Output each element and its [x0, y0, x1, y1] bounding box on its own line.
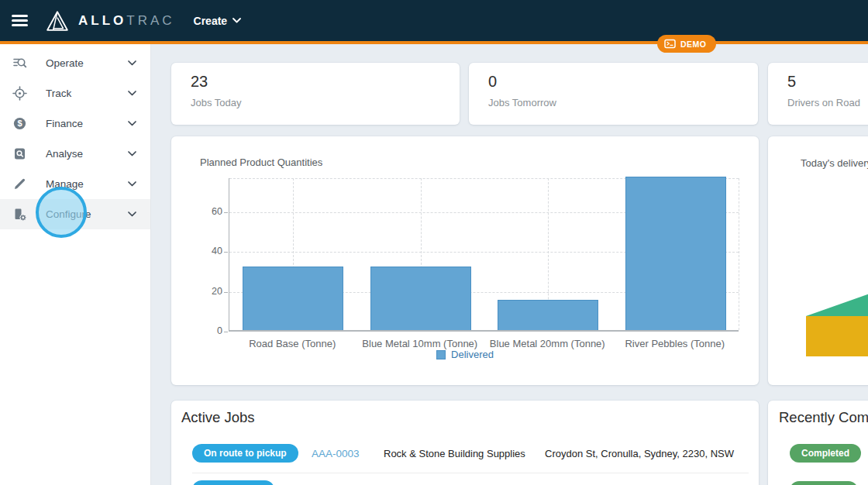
chevron-down-icon	[232, 18, 241, 23]
legend-swatch	[436, 350, 446, 359]
sidebar-item-label: Finance	[46, 118, 128, 129]
job-status-cell: On route to pickup	[192, 444, 312, 463]
dollar-circle-icon: $	[12, 116, 27, 131]
delivery-fulfilment-card: Today's delivery fu	[768, 136, 868, 385]
bar-chart-plot-area	[229, 178, 739, 332]
y-axis-tick-label: 0	[196, 325, 222, 336]
brand-wordmark: ALLOTRAC	[78, 13, 175, 29]
target-icon	[12, 86, 27, 101]
row-divider	[192, 473, 749, 473]
stat-value: 5	[787, 73, 796, 91]
y-axis-tick-label: 40	[196, 246, 222, 256]
allotrac-logo-icon	[46, 10, 69, 32]
document-search-icon	[12, 146, 27, 161]
sidebar-item-operate[interactable]: Operate	[0, 48, 150, 78]
recently-completed-card: Recently Com Completed	[768, 401, 868, 485]
y-axis-tick-label: 60	[196, 206, 222, 217]
status-badge: On route to pickup	[192, 444, 298, 463]
svg-text:$: $	[17, 119, 22, 128]
stat-value: 23	[191, 73, 208, 91]
stat-card-jobs-tomorrow: 0 Jobs Tomorrow	[469, 63, 758, 125]
legend-label: Delivered	[451, 349, 494, 360]
y-axis-tick-mark	[224, 292, 228, 293]
sidebar-item-manage[interactable]: Manage	[0, 169, 150, 199]
search-list-icon	[12, 56, 27, 71]
stat-card-drivers-on-road: 5 Drivers on Road	[768, 63, 868, 125]
chart-title: Planned Product Quantities	[200, 157, 322, 168]
stat-label: Jobs Tomorrow	[488, 97, 556, 108]
sidebar-item-label: Track	[46, 88, 128, 99]
recently-completed-title: Recently Com	[779, 409, 868, 426]
bar	[243, 267, 343, 330]
y-axis-tick-mark	[224, 332, 228, 332]
create-button[interactable]: Create	[194, 15, 242, 27]
job-id-link[interactable]: AAA-0003	[312, 448, 384, 459]
y-axis-tick-mark	[224, 212, 228, 213]
sidebar-item-configure[interactable]: Configure	[0, 199, 150, 229]
chevron-down-icon	[128, 181, 136, 187]
chevron-down-icon	[128, 91, 136, 96]
grid-line-v	[739, 178, 739, 330]
chart-legend[interactable]: Delivered	[171, 349, 759, 360]
y-axis-tick-label: 20	[196, 286, 222, 297]
stat-label: Drivers on Road	[787, 97, 860, 108]
pencil-icon	[12, 177, 27, 191]
top-navbar: ALLOTRAC Create	[0, 0, 868, 44]
active-jobs-card: Active Jobs On route to pickup AAA-0003 …	[171, 401, 759, 485]
stat-card-jobs-today: 23 Jobs Today	[171, 63, 460, 125]
chevron-down-icon	[128, 60, 136, 66]
status-badge-partial	[790, 481, 858, 485]
stat-value: 0	[488, 73, 497, 91]
demo-mode-badge[interactable]: DEMO	[657, 35, 716, 53]
sidebar-item-track[interactable]: Track	[0, 78, 150, 108]
bar	[498, 300, 598, 330]
active-jobs-title: Active Jobs	[181, 409, 255, 426]
sidebar-item-analyse[interactable]: Analyse	[0, 139, 150, 169]
chevron-down-icon	[128, 212, 136, 217]
terminal-icon	[664, 39, 676, 49]
sidebar-item-label: Manage	[46, 178, 128, 190]
delivery-area-chart	[768, 136, 868, 385]
bar	[370, 267, 471, 330]
chevron-down-icon	[128, 151, 136, 157]
status-badge: Completed	[790, 444, 861, 463]
job-row: On route to pickup AAA-0003 Rock & Stone…	[192, 444, 749, 463]
x-axis-category-label: River Pebbles (Tonne)	[598, 338, 753, 349]
bar	[625, 177, 726, 330]
stat-label: Jobs Today	[191, 97, 242, 108]
sidebar-item-label: Operate	[46, 57, 128, 69]
hamburger-menu-icon[interactable]	[12, 12, 29, 29]
planned-quantities-chart-card: Planned Product Quantities 0204060Road B…	[171, 136, 759, 385]
job-address: Croydon St, Cronulla, Sydney, 2230, NSW	[545, 448, 749, 459]
door-gear-icon	[12, 207, 27, 222]
sidebar-item-label: Analyse	[46, 148, 128, 160]
y-axis-tick-mark	[224, 252, 228, 253]
sidebar-item-finance[interactable]: $ Finance	[0, 108, 150, 139]
sidebar-item-label: Configure	[46, 208, 128, 220]
sidebar-nav: Operate Track $ Finance	[0, 44, 151, 485]
chevron-down-icon	[128, 121, 136, 126]
job-customer: Rock & Stone Building Supplies	[384, 448, 545, 459]
status-badge-partial	[192, 480, 274, 485]
